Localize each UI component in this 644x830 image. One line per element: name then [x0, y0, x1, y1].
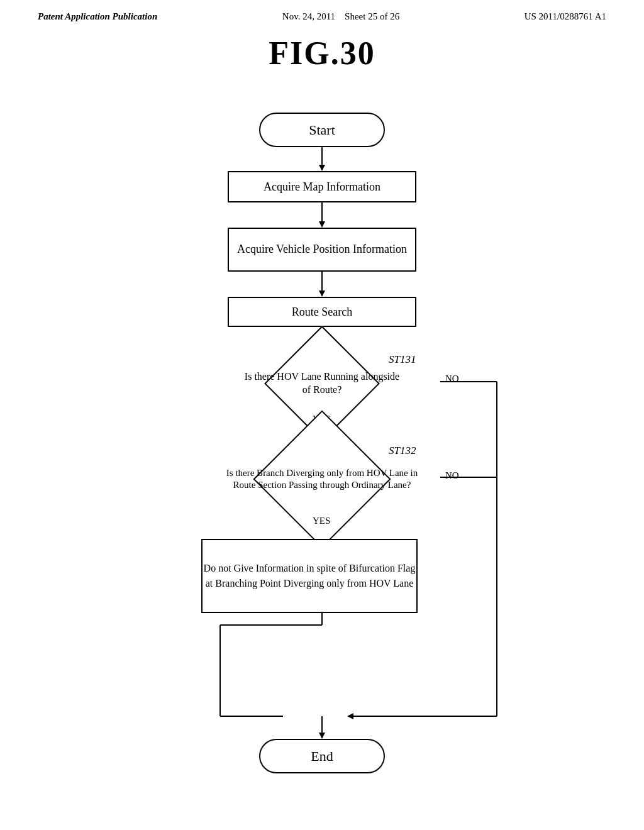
- header-date-sheet: Nov. 24, 2011 Sheet 25 of 26: [282, 11, 399, 22]
- st33-node: Route Search: [228, 297, 416, 327]
- svg-marker-3: [319, 221, 325, 228]
- st131-diamond-container: Is there HOV Lane Running alongside of R…: [240, 353, 404, 413]
- figure-title: FIG.30: [0, 35, 644, 72]
- svg-marker-22: [319, 733, 325, 739]
- svg-marker-1: [319, 165, 325, 171]
- st32-node: Acquire Vehicle Position Information: [228, 228, 416, 272]
- header-publication: Patent Application Publication: [38, 11, 157, 22]
- st133-node: Do not Give Information in spite of Bifu…: [201, 539, 418, 613]
- flowchart-diagram: Start ST31 Acquire Map Information ST32 …: [0, 78, 644, 788]
- st132-no-label: NO: [445, 470, 459, 481]
- st131-label: ST131: [389, 353, 416, 366]
- page-header: Patent Application Publication Nov. 24, …: [0, 0, 644, 22]
- svg-marker-13: [347, 713, 353, 719]
- st131-no-label: NO: [445, 374, 459, 384]
- end-node: End: [259, 739, 385, 773]
- st132-yes-label: YES: [313, 516, 330, 526]
- header-patent-number: US 2011/0288761 A1: [525, 11, 606, 22]
- st131-text: Is there HOV Lane Running alongside of R…: [240, 353, 404, 413]
- start-node: Start: [259, 113, 385, 147]
- svg-marker-5: [319, 290, 325, 297]
- st132-label: ST132: [389, 445, 416, 457]
- st31-node: Acquire Map Information: [228, 171, 416, 202]
